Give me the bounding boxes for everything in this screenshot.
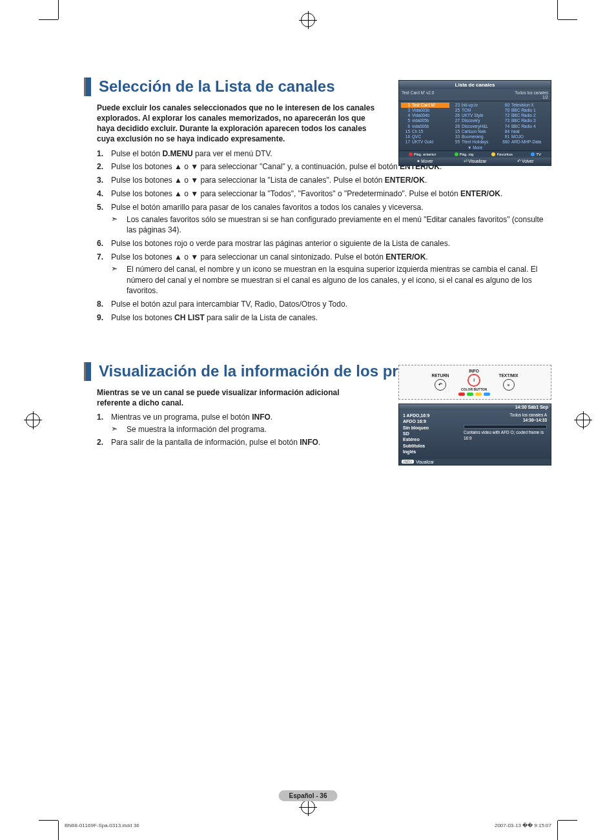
osd-channel-row[interactable]: 15Cartoon Nwk — [451, 129, 499, 134]
step-number: 2. — [97, 161, 111, 172]
osd-channel-row[interactable]: 6vida006b — [401, 124, 449, 129]
osd-column: 60Television X70BBC Radio 172BBC Radio 2… — [500, 103, 549, 145]
step-subnote: ➣Los canales favoritos sólo se muestran … — [111, 214, 549, 236]
osd-nav-row: ✦ Mover ⏎ Visualizar ↶ Volver — [399, 158, 551, 165]
step-item: 8.Pulse el botón azul para intercambiar … — [97, 299, 549, 310]
channel-name: Test Card M' — [412, 103, 449, 108]
osd-channel-row[interactable]: 73BBC Radio 3 — [500, 118, 549, 123]
yellow-dot-icon — [491, 152, 495, 156]
info-left-line: AFDO 16:9 — [403, 418, 460, 424]
osd-channel-row[interactable]: 70BBC Radio 1 — [500, 108, 549, 113]
step-item: 5.Pulse el botón amarillo para pasar de … — [97, 202, 549, 236]
osd-channel-row[interactable]: 5vida005b — [401, 118, 449, 123]
osd-sub-right: Todos los canales — [515, 90, 548, 95]
color-button-label: COLOR BUTTON — [461, 387, 487, 391]
osd-channel-row[interactable]: 33Boomerang — [451, 134, 499, 139]
channel-number: 15 — [401, 129, 410, 134]
osd-channel-row[interactable]: 91MOJO — [500, 134, 549, 139]
channel-number: 73 — [500, 118, 509, 123]
channel-number: 74 — [500, 124, 509, 129]
osd-title: Lista de canales — [399, 81, 551, 89]
step-subnote: ➣El número del canal, el nombre y un ico… — [111, 264, 549, 296]
info-left-line: 1 AFDO,16:9 — [403, 413, 460, 418]
osd-channel-row[interactable]: 25TCM — [451, 108, 499, 113]
osd-channel-row[interactable]: 55Ttext Holidays — [451, 139, 499, 145]
section-heading: Selección de la Lista de canales — [99, 77, 335, 96]
step-text: Pulse los botones rojo o verde para most… — [111, 238, 549, 249]
crop-mark — [58, 0, 59, 19]
channel-number: 55 — [451, 139, 460, 145]
channel-name: bid-up.tv — [462, 103, 499, 108]
section-program-info: Visualización de la información de los p… — [84, 362, 551, 449]
info-desc: Contains video with AFD O; coded frame i… — [464, 430, 547, 442]
osd-channel-row[interactable]: 27Discovery — [451, 118, 499, 123]
info-osd-time-header: 14:30 Sáb1 Sep — [399, 404, 551, 410]
channel-number: 28 — [451, 124, 460, 129]
osd-red-button[interactable]: Pág. anterior — [409, 152, 436, 156]
osd-channel-row[interactable]: 26UKTV Style — [451, 113, 499, 118]
info-osd-left-column: 1 AFDO,16:9AFDO 16:9Sin bloqueoSDEstéreo… — [403, 413, 460, 455]
osd-channel-row[interactable]: 3Vida003b — [401, 108, 449, 113]
step-text: Para salir de la pantalla de información… — [111, 437, 375, 448]
osd-channel-row[interactable]: 28DiscoveryH&L — [451, 124, 499, 129]
step-list: 1.Mientras ve un programa, pulse el botó… — [97, 412, 375, 448]
osd-channel-row[interactable]: 800ARD-MHP-Data — [500, 139, 549, 145]
step-number: 1. — [97, 149, 111, 159]
osd-channel-list: Lista de canales Test Card M' v2.0 Todos… — [398, 80, 551, 166]
osd-green-button[interactable]: Pág. sig — [455, 152, 474, 156]
osd-channel-row[interactable]: 16QVC — [401, 134, 449, 139]
subnote-arrow-icon: ➣ — [111, 214, 127, 236]
info-right-time: 14:30~14:33 — [464, 418, 547, 424]
osd-channel-row[interactable]: 84heat — [500, 129, 549, 134]
channel-name: QVC — [412, 134, 449, 139]
step-text: Pulse los botones ▲ o ▼ para seleccionar… — [111, 175, 549, 186]
osd-column: 1Test Card M'3Vida003b4Vida004b5vida005b… — [401, 103, 449, 145]
channel-number: 27 — [451, 118, 460, 123]
step-item: 4.Pulse los botones ▲ o ▼ para seleccion… — [97, 189, 549, 200]
channel-name: BBC Radio 4 — [511, 124, 549, 129]
progress-bar-icon — [464, 425, 547, 429]
subnote-text: Los canales favoritos sólo se muestran s… — [127, 214, 549, 236]
section-intro: Puede excluir los canales seleccionados … — [97, 103, 381, 145]
osd-channel-row[interactable]: 72BBC Radio 2 — [500, 113, 549, 118]
osd-more-indicator: ▼ More — [399, 145, 551, 150]
crop-mark — [558, 820, 577, 821]
channel-number: 72 — [500, 113, 509, 118]
footer-left: BN68-01169F-Spa-0313.indd 36 — [65, 823, 139, 828]
channel-name: ARD-MHP-Data — [511, 139, 549, 145]
channel-name: UKTV Gold — [412, 139, 449, 145]
step-number: 6. — [97, 238, 111, 249]
osd-blue-button[interactable]: TV — [531, 152, 541, 156]
textmix-icon: ≡ — [503, 379, 515, 391]
osd-channel-row[interactable]: 17UKTV Gold — [401, 139, 449, 145]
osd-channel-row[interactable]: 15Ch 15 — [401, 129, 449, 134]
osd-channel-row[interactable]: 1Test Card M' — [401, 103, 449, 108]
osd-column: 23bid-up.tv25TCM26UKTV Style27Discovery2… — [451, 103, 499, 145]
channel-number: 60 — [500, 103, 509, 108]
green-swatch-icon — [467, 393, 473, 396]
osd-channel-row[interactable]: 60Television X — [500, 103, 549, 108]
heading-accent-bar — [84, 362, 91, 381]
step-item: 3.Pulse los botones ▲ o ▼ para seleccion… — [97, 175, 549, 186]
info-foot-text: Visualizar — [416, 460, 434, 464]
section-intro: Mientras se ve un canal se puede visuali… — [97, 387, 368, 408]
osd-subheader: Test Card M' v2.0 Todos los canales 1/2 — [399, 89, 551, 101]
osd-program-info: 14:30 Sáb1 Sep 1 AFDO,16:9AFDO 16:9Sin b… — [398, 404, 551, 466]
step-text: Pulse el botón amarillo para pasar de lo… — [111, 202, 549, 236]
channel-name: DiscoveryH&L — [462, 124, 499, 129]
step-item: 1.Mientras ve un programa, pulse el botó… — [97, 412, 375, 435]
osd-channel-row[interactable]: 23bid-up.tv — [451, 103, 499, 108]
osd-channel-row[interactable]: 74BBC Radio 4 — [500, 124, 549, 129]
blue-swatch-icon — [484, 393, 490, 396]
step-number: 4. — [97, 189, 111, 200]
osd-channel-row[interactable]: 4Vida004b — [401, 113, 449, 118]
channel-number: 26 — [451, 113, 460, 118]
green-dot-icon — [455, 152, 458, 156]
step-text: Pulse el botón azul para intercambiar TV… — [111, 299, 549, 310]
osd-yellow-button[interactable]: Favoritos — [491, 152, 513, 156]
osd-nav-return: ↶ Volver — [517, 159, 534, 164]
subnote-text: Se muestra la información del programa. — [127, 424, 375, 435]
remote-textmix-button: TEXT/MIX ≡ — [499, 373, 518, 391]
channel-name: MOJO — [511, 134, 549, 139]
info-right-top: Todos los canales A — [464, 413, 547, 418]
